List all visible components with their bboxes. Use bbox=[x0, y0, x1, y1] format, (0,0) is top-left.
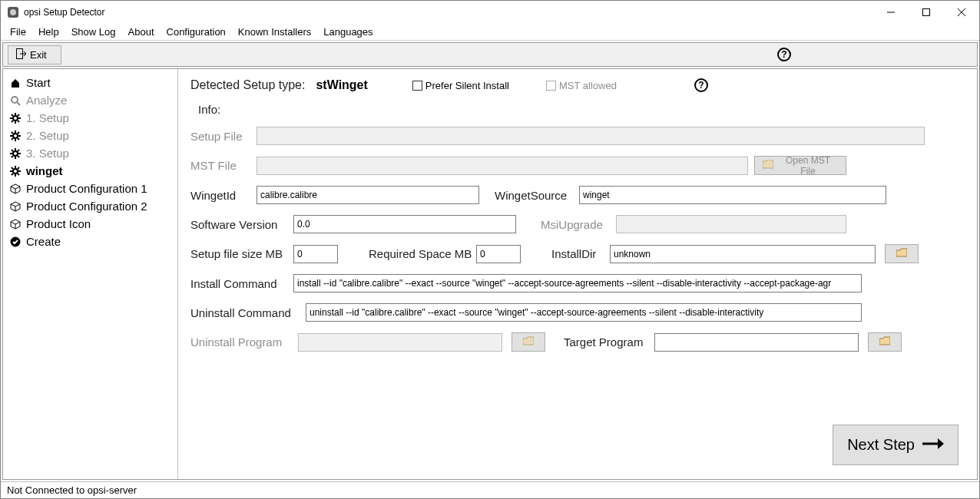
help-icon[interactable]: ? bbox=[777, 48, 791, 61]
sidebar-item-start[interactable]: Start bbox=[6, 74, 174, 91]
window-title: opsi Setup Detector bbox=[24, 7, 873, 18]
check-circle-icon bbox=[9, 236, 22, 248]
sidebar-item-product-config-1[interactable]: Product Configuration 1 bbox=[6, 180, 174, 197]
software-version-label: Software Version bbox=[190, 218, 293, 231]
open-mst-label: Open MST File bbox=[778, 155, 838, 177]
installdir-browse-button[interactable] bbox=[885, 244, 919, 263]
target-program-label: Target Program bbox=[564, 335, 654, 349]
svg-line-42 bbox=[12, 167, 13, 169]
mst-allowed-label: MST allowed bbox=[559, 80, 617, 91]
install-command-input[interactable] bbox=[293, 274, 862, 292]
svg-line-18 bbox=[12, 121, 13, 122]
sidebar-item-setup-3[interactable]: 3. Setup bbox=[6, 144, 174, 162]
svg-line-33 bbox=[12, 150, 13, 151]
svg-line-9 bbox=[17, 102, 20, 105]
svg-point-28 bbox=[13, 151, 18, 156]
svg-line-16 bbox=[18, 121, 19, 122]
help-icon[interactable]: ? bbox=[694, 78, 708, 92]
sidebar-item-product-icon[interactable]: Product Icon bbox=[6, 215, 174, 233]
toolbar: Exit ? bbox=[2, 42, 978, 67]
wingetid-input[interactable] bbox=[257, 186, 479, 204]
open-mst-file-button: Open MST File bbox=[754, 156, 846, 175]
menu-known-installers[interactable]: Known Installers bbox=[232, 25, 317, 39]
menu-languages[interactable]: Languages bbox=[317, 25, 379, 39]
menu-about[interactable]: About bbox=[122, 25, 161, 39]
maximize-button[interactable] bbox=[909, 1, 944, 24]
sidebar-item-setup-1[interactable]: 1. Setup bbox=[6, 109, 174, 127]
required-space-label: Required Space MB bbox=[369, 247, 476, 260]
checkbox-icon bbox=[412, 81, 422, 91]
required-space-input[interactable] bbox=[476, 245, 521, 263]
target-program-browse-button[interactable] bbox=[868, 332, 902, 352]
svg-line-25 bbox=[18, 138, 19, 140]
uninstall-program-input bbox=[298, 333, 502, 352]
sidebar-item-product-config-2[interactable]: Product Configuration 2 bbox=[6, 197, 174, 215]
uninstall-command-input[interactable] bbox=[306, 303, 862, 322]
folder-icon bbox=[896, 248, 907, 259]
window-controls bbox=[873, 1, 979, 24]
exit-button[interactable]: Exit bbox=[8, 45, 61, 64]
folder-icon bbox=[879, 336, 890, 348]
setup-file-label: Setup File bbox=[190, 130, 257, 143]
svg-line-15 bbox=[12, 114, 13, 116]
exit-label: Exit bbox=[30, 49, 47, 61]
wingetsource-input[interactable] bbox=[579, 186, 886, 204]
svg-line-44 bbox=[18, 167, 19, 169]
menu-configuration[interactable]: Configuration bbox=[161, 25, 232, 39]
menu-file[interactable]: File bbox=[4, 25, 32, 39]
svg-line-24 bbox=[12, 132, 13, 134]
setup-file-size-label: Setup file size MB bbox=[190, 247, 293, 260]
software-version-input[interactable] bbox=[293, 215, 516, 233]
svg-line-17 bbox=[18, 114, 19, 116]
gear-icon bbox=[9, 130, 22, 142]
gear-icon bbox=[9, 112, 22, 124]
checkbox-icon bbox=[546, 81, 556, 91]
folder-icon bbox=[763, 160, 773, 171]
app-icon bbox=[7, 6, 19, 18]
sidebar-item-create[interactable]: Create bbox=[6, 233, 174, 250]
svg-point-1 bbox=[10, 9, 16, 15]
wingetsource-label: WingetSource bbox=[495, 189, 579, 202]
prefer-silent-label: Prefer Silent Install bbox=[425, 80, 509, 91]
wingetid-label: WingetId bbox=[190, 189, 257, 202]
installdir-label: InstallDir bbox=[551, 247, 610, 260]
close-button[interactable] bbox=[944, 1, 979, 24]
mst-file-label: MST File bbox=[190, 159, 257, 172]
body: Start Analyze 1. Setup 2. Setup 3. Setup… bbox=[2, 68, 978, 480]
next-step-button[interactable]: Next Step bbox=[833, 425, 958, 465]
svg-line-36 bbox=[12, 156, 13, 157]
installdir-input[interactable] bbox=[610, 245, 876, 263]
setup-file-input bbox=[257, 127, 925, 145]
sidebar-item-setup-2[interactable]: 2. Setup bbox=[6, 127, 174, 144]
statusbar: Not Connected to opsi-server bbox=[1, 481, 979, 498]
prefer-silent-checkbox[interactable]: Prefer Silent Install bbox=[412, 80, 509, 91]
package-icon bbox=[9, 183, 22, 195]
sidebar: Start Analyze 1. Setup 2. Setup 3. Setup… bbox=[3, 69, 178, 479]
svg-line-34 bbox=[18, 156, 19, 157]
menu-help[interactable]: Help bbox=[32, 25, 65, 39]
menu-show-log[interactable]: Show Log bbox=[65, 25, 122, 39]
detected-setup-label: Detected Setup type: bbox=[190, 78, 305, 92]
sidebar-item-label: Analyze bbox=[26, 94, 67, 107]
sidebar-item-label: Create bbox=[26, 235, 61, 248]
sidebar-item-winget[interactable]: winget bbox=[6, 162, 174, 180]
svg-point-10 bbox=[13, 116, 18, 121]
mst-file-input bbox=[257, 157, 748, 175]
target-program-input[interactable] bbox=[654, 333, 859, 352]
sidebar-item-label: 1. Setup bbox=[26, 111, 69, 124]
exit-icon bbox=[16, 48, 27, 61]
main-panel: Detected Setup type: stWinget Prefer Sil… bbox=[178, 69, 977, 479]
sidebar-item-analyze[interactable]: Analyze bbox=[6, 91, 174, 109]
msiupgrade-input bbox=[616, 215, 846, 233]
app-window: opsi Setup Detector File Help Show Log A… bbox=[0, 0, 980, 499]
minimize-button[interactable] bbox=[873, 1, 909, 24]
sidebar-item-label: Product Icon bbox=[26, 217, 91, 230]
sidebar-item-label: 2. Setup bbox=[26, 129, 69, 142]
svg-point-8 bbox=[12, 97, 18, 103]
setup-file-size-input[interactable] bbox=[293, 245, 338, 263]
next-step-label: Next Step bbox=[847, 436, 915, 454]
mst-allowed-checkbox: MST allowed bbox=[546, 80, 617, 91]
uninstall-program-browse-button bbox=[512, 332, 545, 352]
uninstall-program-label: Uninstall Program bbox=[190, 335, 298, 349]
svg-line-26 bbox=[18, 132, 19, 134]
